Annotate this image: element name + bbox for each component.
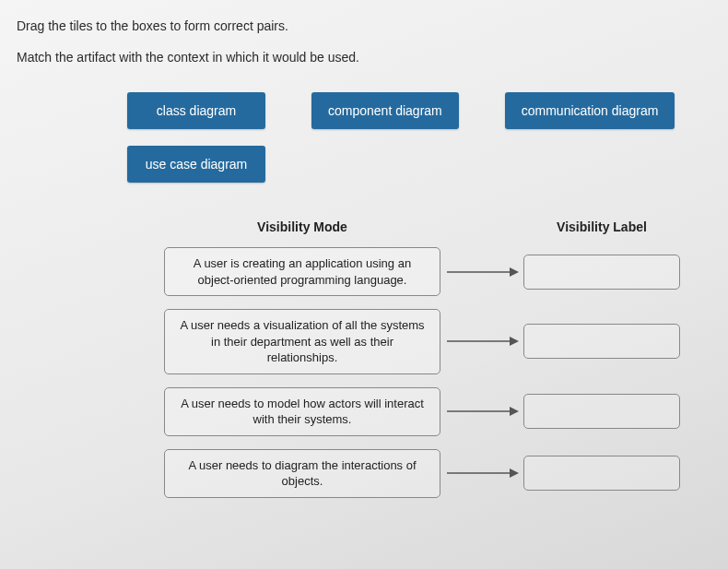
svg-marker-1 — [510, 267, 519, 277]
context-box: A user needs a visualization of all the … — [164, 309, 440, 374]
tile-use-case-diagram[interactable]: use case diagram — [127, 146, 265, 183]
match-row: A user needs to diagram the interactions… — [164, 449, 702, 498]
header-visibility-mode: Visibility Mode — [164, 219, 440, 234]
match-row: A user needs to model how actors will in… — [164, 387, 702, 436]
header-spacer — [440, 219, 523, 234]
instruction-secondary: Match the artifact with the context in w… — [17, 50, 711, 65]
arrow-icon — [440, 263, 523, 281]
drop-target[interactable] — [523, 324, 680, 359]
header-visibility-label: Visibility Label — [523, 219, 680, 234]
tiles-container: class diagram component diagram communic… — [17, 92, 711, 183]
instruction-primary: Drag the tiles to the boxes to form corr… — [17, 18, 711, 33]
tile-row: use case diagram — [127, 146, 711, 183]
match-row: A user needs a visualization of all the … — [164, 309, 702, 374]
drop-target[interactable] — [523, 456, 680, 491]
arrow-icon — [440, 464, 523, 482]
svg-marker-5 — [510, 407, 519, 416]
tile-communication-diagram[interactable]: communication diagram — [505, 92, 675, 129]
drop-target[interactable] — [523, 394, 680, 429]
tile-class-diagram[interactable]: class diagram — [127, 92, 265, 129]
tile-row: class diagram component diagram communic… — [127, 92, 711, 129]
context-box: A user needs to model how actors will in… — [164, 387, 440, 436]
arrow-icon — [440, 332, 523, 350]
drop-target[interactable] — [523, 255, 680, 290]
column-headers: Visibility Mode Visibility Label — [164, 219, 702, 234]
svg-marker-3 — [510, 337, 519, 346]
tile-component-diagram[interactable]: component diagram — [311, 92, 459, 129]
context-box: A user needs to diagram the interactions… — [164, 449, 440, 498]
matching-area: Visibility Mode Visibility Label A user … — [17, 219, 711, 498]
match-row: A user is creating an application using … — [164, 247, 702, 296]
context-box: A user is creating an application using … — [164, 247, 440, 296]
svg-marker-7 — [510, 468, 519, 478]
arrow-icon — [440, 402, 523, 421]
